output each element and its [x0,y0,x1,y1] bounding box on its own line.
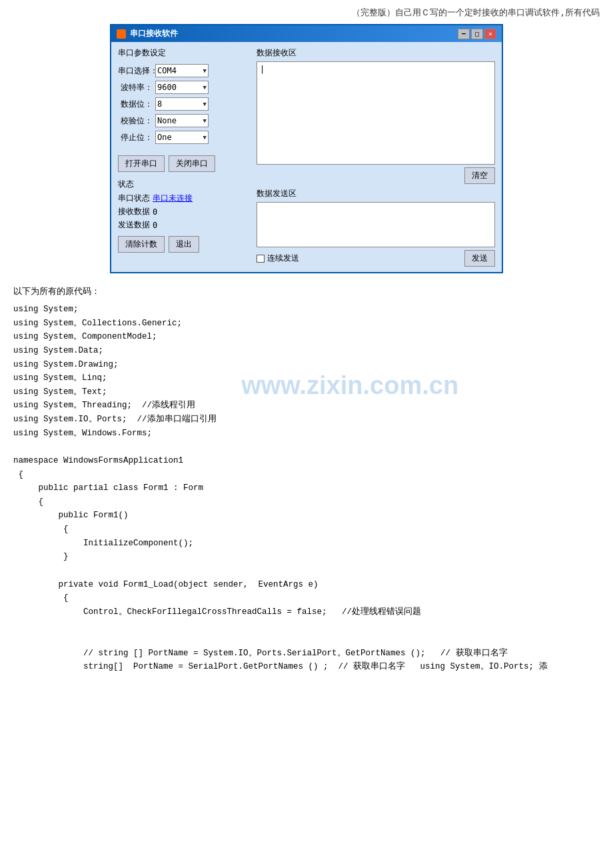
bottom-btn-row: 清除计数 退出 [118,236,251,253]
status-label-recv: 接收数据 [118,206,153,217]
param-label-databits: 数据位： [118,99,153,110]
page-header: （完整版）自己用Ｃ写的一个定时接收的串口调试软件,所有代码 [13,7,600,19]
status-label-port: 串口状态 [118,193,153,204]
code-line-20: private void Form1_Load(object sender, E… [13,578,600,592]
param-row-com: 串口选择： COM4 ▼ [118,64,251,77]
open-port-button[interactable]: 打开串口 [118,155,165,172]
code-line-1: using System。Collections.Generic; [13,317,600,331]
code-line-13: public partial class Form1 : Form [13,481,600,495]
content-area: www.zixin.com.cn 以下为所有的原代码： using System… [13,284,600,674]
close-button[interactable]: ✕ [484,29,496,39]
clear-receive-button[interactable]: 清空 [464,167,495,184]
receive-textarea[interactable]: | [257,61,495,165]
param-label-parity: 校验位： [118,115,153,127]
receive-content: | [260,65,265,74]
right-panel: 数据接收区 | 清空 数据发送区 连续发送 [257,47,495,267]
clear-btn-wrap: 清空 [257,167,495,184]
continuous-send-label: 连续发送 [267,253,299,264]
params-section-title: 串口参数设定 [118,47,251,59]
window-columns: 串口参数设定 串口选择： COM4 ▼ 波特率： 9600 [118,47,495,267]
code-line-22: Control。CheckForIllegalCrossThreadCalls … [13,605,600,619]
parity-select-value: None [157,116,177,125]
intro-text: 以下为所有的原代码： [13,284,600,299]
code-line-21: { [13,591,600,605]
code-line-15: public Form1() [13,509,600,523]
parity-select-arrow: ▼ [203,117,207,124]
window-title: 串口接收软件 [130,28,178,39]
code-line-12: { [13,468,600,482]
code-line-19 [13,564,600,578]
code-line-11: namespace WindowsFormsApplication1 [13,454,600,468]
param-label-com: 串口选择： [118,65,153,77]
code-line-23 [13,619,600,633]
databits-select-value: 8 [157,99,162,109]
code-line-26: string[] PortName = SerialPort.GetPortNa… [13,660,600,674]
serial-window: 串口接收软件 — □ ✕ 串口参数设定 串口选择： COM4 ▼ [110,24,503,273]
param-row-stopbits: 停止位： One ▼ [118,131,251,144]
status-label-send: 发送数据 [118,219,153,231]
title-bar: 串口接收软件 — □ ✕ [111,25,502,42]
code-line-4: using System.Drawing; [13,358,600,372]
status-row-recv: 接收数据 0 [118,206,251,217]
code-line-5: using System。Linq; [13,371,600,385]
port-btn-row: 打开串口 关闭串口 [118,155,251,172]
send-btn-wrap: 发送 [464,250,495,267]
baud-select[interactable]: 9600 ▼ [155,81,209,94]
stopbits-select-value: One [157,133,172,142]
send-button[interactable]: 发送 [464,250,495,267]
send-textarea[interactable] [257,202,495,247]
code-line-24 [13,633,600,647]
parity-select[interactable]: None ▼ [155,114,209,127]
code-block: using System; using System。Collections.G… [13,303,600,674]
stopbits-select-arrow: ▼ [203,134,207,141]
code-line-0: using System; [13,303,600,317]
code-line-18: } [13,550,600,564]
param-row-parity: 校验位： None ▼ [118,114,251,127]
param-label-baud: 波特率： [118,82,153,93]
code-line-14: { [13,495,600,509]
code-line-2: using System。ComponentModel; [13,330,600,344]
minimize-button[interactable]: — [458,29,470,39]
clear-count-button[interactable]: 清除计数 [118,236,165,253]
continuous-send-checkbox[interactable] [257,255,265,263]
param-label-stopbits: 停止位： [118,132,153,143]
baud-select-arrow: ▼ [203,84,207,91]
send-bottom-row: 连续发送 发送 [257,250,495,267]
status-box: 状态 串口状态 串口未连接 接收数据 0 发送数据 0 清除计数 [118,179,251,253]
com-select-arrow: ▼ [203,67,207,74]
send-count-value: 0 [153,221,157,230]
receive-section-title: 数据接收区 [257,47,495,59]
code-line-25: // string [] PortName = System.IO。Ports.… [13,647,600,661]
databits-select[interactable]: 8 ▼ [155,97,209,111]
left-panel: 串口参数设定 串口选择： COM4 ▼ 波特率： 9600 [118,47,251,267]
param-row-databits: 数据位： 8 ▼ [118,97,251,111]
code-line-10 [13,440,600,454]
restore-button[interactable]: □ [471,29,483,39]
close-port-button[interactable]: 关闭串口 [169,155,215,172]
port-status-value[interactable]: 串口未连接 [153,193,193,204]
com-select-value: COM4 [157,66,177,75]
title-bar-left: 串口接收软件 [117,28,178,39]
code-line-8: using System.IO。Ports; //添加串口端口引用 [13,413,600,427]
continuous-send-row: 连续发送 [257,253,299,264]
send-section-title: 数据发送区 [257,188,495,199]
recv-count-value: 0 [153,207,157,217]
params-box: 串口选择： COM4 ▼ 波特率： 9600 ▼ [118,61,251,150]
param-row-baud: 波特率： 9600 ▼ [118,81,251,94]
code-line-9: using System。Windows.Forms; [13,427,600,441]
baud-select-value: 9600 [157,83,177,92]
stopbits-select[interactable]: One ▼ [155,131,209,144]
exit-button[interactable]: 退出 [169,236,199,253]
com-select[interactable]: COM4 ▼ [155,64,209,77]
code-line-16: { [13,523,600,537]
window-icon [117,29,126,39]
title-controls: — □ ✕ [458,29,496,39]
window-body: 串口参数设定 串口选择： COM4 ▼ 波特率： 9600 [111,42,502,272]
databits-select-arrow: ▼ [203,101,207,107]
code-line-3: using System.Data; [13,344,600,358]
status-row-send: 发送数据 0 [118,219,251,231]
code-line-7: using System。Threading; //添线程引用 [13,399,600,413]
status-section-title: 状态 [118,179,251,190]
code-line-17: InitializeComponent(); [13,537,600,551]
code-line-6: using System。Text; [13,385,600,399]
